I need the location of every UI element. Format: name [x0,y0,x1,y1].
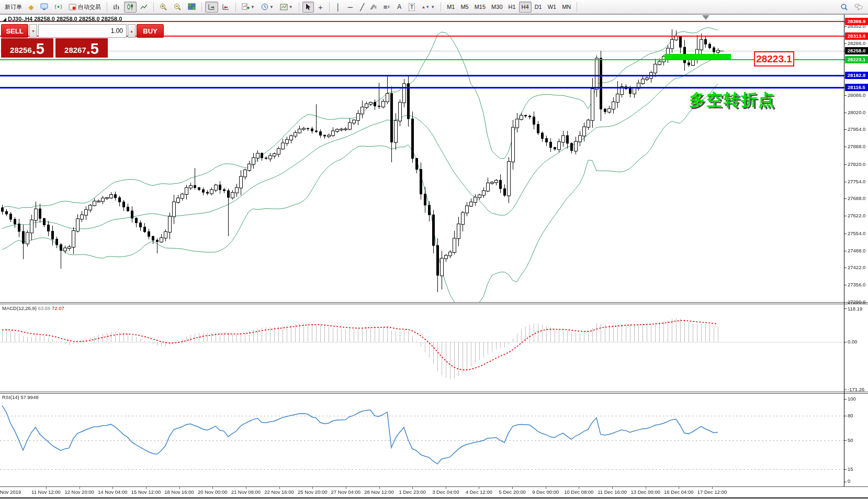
antenna-icon [54,3,62,10]
date-label[interactable]: 11 Nov 12:00 [31,489,61,495]
date-label[interactable]: 18 Nov 16:00 [164,489,194,495]
price-tick: 27820.0 [848,161,868,167]
date-label[interactable]: 22 Nov 16:00 [264,489,294,495]
date-label[interactable]: 25 Nov 20:00 [298,489,328,495]
price-callout-label[interactable]: 28223.1 [754,51,794,66]
price-tick: 27888.0 [848,143,868,149]
price-badge-28116.5: 28116.5 [845,84,868,91]
timeframe-m1[interactable]: M1 [444,2,457,13]
timeframe-d1[interactable]: D1 [532,2,545,13]
ohlc-values: 28258.0 28258.0 28258.0 28258.0 [34,16,122,22]
red-level-line[interactable] [0,21,844,22]
candles-chart-icon[interactable] [124,2,137,13]
date-label[interactable]: 15 Nov 12:00 [131,489,161,495]
signals-icon[interactable] [52,2,65,13]
volume-down-button[interactable]: ▼ [29,24,37,38]
pane-separator [0,304,868,304]
periods-icon[interactable]: ▼ [258,2,276,13]
community-icon[interactable] [38,2,51,13]
chat-icon[interactable] [852,2,866,13]
chart-shift-marker-icon[interactable] [702,15,709,20]
sell-price-panel[interactable]: 28256 .5 [1,38,53,58]
price-tick: 28286.0 [848,40,868,46]
search-icon[interactable] [838,2,851,13]
auto-trading-button[interactable]: 自动交易 [66,2,104,13]
rsi-label: RSI(14) 57.9948 [2,394,39,400]
editor-icon[interactable]: ◆ [26,2,37,13]
separator [153,2,154,12]
volume-input[interactable] [38,24,127,38]
date-label[interactable]: 9 Dec 00:00 [532,489,559,495]
date-label[interactable]: 27 Nov 04:00 [331,489,361,495]
blue-level-line[interactable] [0,75,844,76]
date-label[interactable]: 4 Dec 12:00 [466,489,492,495]
pane-separator [0,393,868,394]
horizontal-line-icon[interactable]: ─ [345,2,356,13]
crosshair-icon[interactable]: + [315,2,326,13]
zoom-out-icon[interactable] [171,2,184,13]
blue-level-line[interactable] [0,87,844,88]
fibonacci-icon[interactable]: ≡F [381,2,393,13]
price-badge-28223.1: 28223.1 [845,56,868,63]
macd-scale-bottom: -171.26 [848,386,864,392]
timeframe-h1[interactable]: H1 [506,2,518,13]
separator [201,2,202,12]
tile-windows-icon[interactable] [185,2,198,13]
volume-up-button[interactable]: ▲ [128,24,136,38]
auto-scroll-icon[interactable] [205,2,218,13]
line-chart-icon[interactable] [138,2,150,13]
price-badge-28313.6: 28313.6 [845,32,868,40]
date-label[interactable]: 12 Nov 20:00 [64,489,94,495]
autotrade-icon [69,4,76,10]
pane-separator [0,14,868,15]
date-label[interactable]: 17 Dec 12:00 [697,489,727,495]
sell-button[interactable]: SELL [1,24,28,38]
arrows-icon[interactable]: ▲▼▼ [419,2,437,13]
date-label[interactable]: 10 Dec 08:00 [564,489,594,495]
date-label[interactable]: 21 Nov 08:00 [231,489,261,495]
separator [329,2,330,12]
date-label[interactable]: 28 Nov 12:00 [364,489,394,495]
trendline-icon[interactable]: ╱ [357,2,368,13]
support-highlight-bar[interactable] [664,54,731,59]
date-label[interactable]: 3 Dec 04:00 [432,489,459,495]
rsi-scale-15: 15 [848,466,853,472]
pane-separator [0,497,868,498]
timeframe-h4[interactable]: H4 [519,2,532,13]
date-label[interactable]: 16 Dec 04:00 [664,489,694,495]
price-tick: 27554.0 [848,230,868,236]
date-label[interactable]: 20 Nov 00:00 [198,489,228,495]
timeframe-m30[interactable]: M30 [489,2,505,13]
vertical-line-icon[interactable]: │ [333,2,344,13]
templates-icon[interactable]: ▼ [277,2,296,13]
timeframe-m15[interactable]: M15 [472,2,488,13]
bars-chart-icon[interactable] [110,2,123,13]
price-badge-28162.8: 28162.8 [845,72,868,79]
price-tick: 27488.0 [848,248,868,253]
new-order-button[interactable]: 新订单 [2,2,25,13]
buy-price-panel[interactable]: 28267 .5 [55,38,108,58]
timeframe-mn[interactable]: MN [559,2,573,13]
indicators-icon[interactable]: ▼ [239,2,257,13]
text-label-icon[interactable]: T [406,2,418,13]
date-label[interactable]: 1 Dec 23:00 [399,489,426,495]
separator [235,2,236,12]
price-badge-28258.0: 28258.0 [845,47,868,54]
macd-scale-zero: 0.00 [848,339,858,345]
chart-shift-icon[interactable] [219,2,232,13]
green-level-line[interactable] [0,59,844,60]
text-a-icon[interactable]: A [394,2,405,13]
cursor-icon[interactable] [302,2,314,13]
date-label[interactable]: 11 Dec 16:00 [598,489,627,495]
zoom-in-icon[interactable] [157,2,170,13]
pane-separator [0,392,868,392]
buy-button[interactable]: BUY [137,24,164,38]
turning-point-annotation[interactable]: 多空转折点 [689,89,775,111]
date-label[interactable]: 14 Nov 04:00 [98,489,128,495]
toolbar: 新订单 ◆ 自动交易 [0,0,868,14]
date-label[interactable]: 13 Dec 00:00 [630,489,660,495]
timeframe-w1[interactable]: W1 [545,2,559,13]
timeframe-m5[interactable]: M5 [458,2,471,13]
date-label[interactable]: 5 Dec 20:00 [499,489,525,495]
channel-icon[interactable]: ∕∕E [369,2,380,13]
